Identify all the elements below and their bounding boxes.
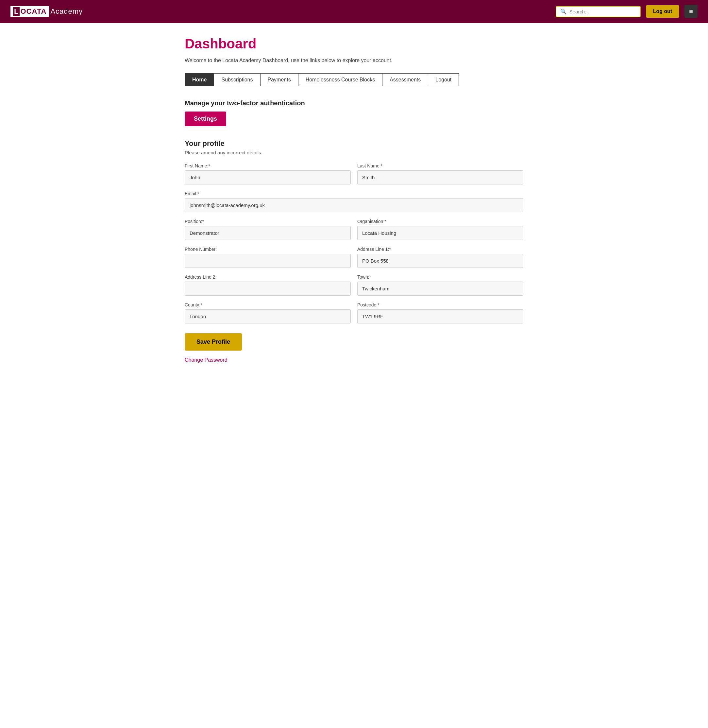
menu-button[interactable]: ≡ bbox=[685, 5, 698, 18]
postcode-input[interactable] bbox=[357, 310, 523, 323]
first-name-input[interactable] bbox=[185, 170, 351, 185]
phone-address1-row: Phone Number: Address Line 1:* bbox=[185, 247, 523, 268]
profile-subtitle: Please amend any incorrect details. bbox=[185, 150, 523, 155]
town-label: Town:* bbox=[357, 275, 523, 280]
first-name-group: First Name:* bbox=[185, 163, 351, 185]
address1-input[interactable] bbox=[357, 254, 523, 268]
settings-button[interactable]: Settings bbox=[185, 112, 226, 126]
change-password-link[interactable]: Change Password bbox=[185, 357, 228, 363]
organisation-input[interactable] bbox=[357, 226, 523, 240]
email-row: Email:* bbox=[185, 191, 523, 212]
address1-label: Address Line 1:* bbox=[357, 247, 523, 252]
page-title: Dashboard bbox=[185, 36, 523, 52]
town-group: Town:* bbox=[357, 275, 523, 296]
main-content: Dashboard Welcome to the Locata Academy … bbox=[174, 23, 534, 383]
last-name-input[interactable] bbox=[357, 170, 523, 185]
county-postcode-row: County:* Postcode:* bbox=[185, 302, 523, 323]
phone-group: Phone Number: bbox=[185, 247, 351, 268]
logo-l-box: L bbox=[13, 7, 20, 16]
phone-input[interactable] bbox=[185, 254, 351, 268]
search-input[interactable] bbox=[569, 9, 636, 15]
header: LOCATA Academy 🔍 Log out ≡ bbox=[0, 0, 708, 23]
email-group: Email:* bbox=[185, 191, 523, 212]
profile-section: Your profile Please amend any incorrect … bbox=[185, 139, 523, 363]
logo-academy-text: Academy bbox=[50, 7, 83, 16]
organisation-label: Organisation:* bbox=[357, 219, 523, 224]
tab-homelessness-course-blocks[interactable]: Homelessness Course Blocks bbox=[299, 74, 383, 86]
town-input[interactable] bbox=[357, 282, 523, 296]
address2-input[interactable] bbox=[185, 282, 351, 296]
search-bar: 🔍 bbox=[556, 6, 641, 17]
name-row: First Name:* Last Name:* bbox=[185, 163, 523, 185]
county-group: County:* bbox=[185, 302, 351, 323]
address2-group: Address Line 2: bbox=[185, 275, 351, 296]
two-factor-title: Manage your two-factor authentication bbox=[185, 99, 523, 107]
county-input[interactable] bbox=[185, 310, 351, 323]
header-right: 🔍 Log out ≡ bbox=[556, 5, 698, 18]
address2-label: Address Line 2: bbox=[185, 275, 351, 280]
organisation-group: Organisation:* bbox=[357, 219, 523, 240]
logout-button[interactable]: Log out bbox=[646, 5, 680, 17]
tab-subscriptions[interactable]: Subscriptions bbox=[214, 74, 260, 86]
tab-home[interactable]: Home bbox=[185, 74, 214, 86]
first-name-label: First Name:* bbox=[185, 163, 351, 169]
postcode-group: Postcode:* bbox=[357, 302, 523, 323]
tab-payments[interactable]: Payments bbox=[261, 74, 299, 86]
search-icon: 🔍 bbox=[560, 9, 567, 15]
tab-logout[interactable]: Logout bbox=[428, 74, 458, 86]
county-label: County:* bbox=[185, 302, 351, 307]
address2-town-row: Address Line 2: Town:* bbox=[185, 275, 523, 296]
email-label: Email:* bbox=[185, 191, 523, 196]
last-name-group: Last Name:* bbox=[357, 163, 523, 185]
postcode-label: Postcode:* bbox=[357, 302, 523, 307]
last-name-label: Last Name:* bbox=[357, 163, 523, 169]
logo: LOCATA Academy bbox=[10, 6, 83, 17]
welcome-text: Welcome to the Locata Academy Dashboard,… bbox=[185, 58, 523, 64]
address1-group: Address Line 1:* bbox=[357, 247, 523, 268]
nav-tabs: Home Subscriptions Payments Homelessness… bbox=[185, 73, 459, 86]
tab-assessments[interactable]: Assessments bbox=[382, 74, 428, 86]
logo-locata-text: LOCATA bbox=[10, 6, 49, 17]
phone-label: Phone Number: bbox=[185, 247, 351, 252]
position-org-row: Position:* Organisation:* bbox=[185, 219, 523, 240]
position-group: Position:* bbox=[185, 219, 351, 240]
profile-title: Your profile bbox=[185, 139, 523, 148]
two-factor-section: Manage your two-factor authentication Se… bbox=[185, 99, 523, 139]
position-input[interactable] bbox=[185, 226, 351, 240]
position-label: Position:* bbox=[185, 219, 351, 224]
email-input[interactable] bbox=[185, 198, 523, 212]
save-profile-button[interactable]: Save Profile bbox=[185, 333, 242, 350]
